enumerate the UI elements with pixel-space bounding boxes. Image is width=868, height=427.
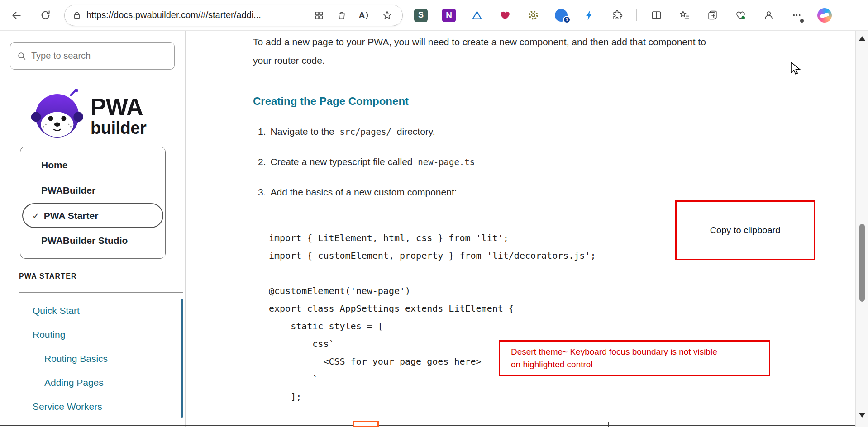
extension-blue-circle: 1 [555,9,568,22]
partial-annotation-box [353,421,379,427]
split-screen-icon[interactable] [647,6,665,24]
scroll-down-icon[interactable] [859,413,865,418]
list-item: 1.Navigate to the src/pages/ directory. [258,122,477,141]
favorite-star-icon[interactable] [379,7,395,24]
list-item: 3.Add the basics of a new custom compone… [258,183,477,201]
code-block: import { LitElement, html, css } from 'l… [269,229,596,406]
bottom-divider [0,425,855,426]
copilot-logo [817,8,832,23]
docs-sidebar: PWA builder Home PWABuilder ✓ PWA Starte… [0,31,186,427]
extension-triangle-icon[interactable] [468,6,486,24]
more-options-badge [799,18,805,24]
step-number: 1. [258,126,266,137]
scroll-up-icon[interactable] [859,36,865,41]
site-lock-icon[interactable] [72,10,82,20]
otter-logo-icon [29,89,86,143]
intro-line-2: your router code. [253,51,796,70]
collections-icon[interactable] [703,6,721,24]
refresh-icon[interactable] [36,6,54,24]
scrollbar-thumb[interactable] [859,224,865,302]
copy-to-clipboard-button[interactable]: Copy to clipboard [675,200,815,260]
extension-s-icon[interactable]: S [412,6,430,24]
step-text: Create a new typescript file called [271,157,415,167]
code-line: static styles = [ [269,318,596,335]
sidebar-item-pwabuilder[interactable]: PWABuilder [20,178,165,203]
pwabuilder-logo: PWA builder [29,89,146,143]
toolbar-separator [636,9,637,21]
sidebar-link-quick-start[interactable]: Quick Start [0,299,179,323]
search-input[interactable] [31,51,168,61]
intro-paragraph: To add a new page to your PWA, you will … [253,33,796,70]
sidebar-link-routing[interactable]: Routing [0,323,179,346]
sidebar-item-home[interactable]: Home [20,152,165,178]
browser-window: https://docs.pwabuilder.com/#/starter/ad… [0,0,868,427]
logo-text: PWA builder [91,95,146,137]
sidebar-item-label: PWA Starter [44,210,99,221]
extension-blue-icon[interactable]: 1 [552,6,570,24]
extensions-puzzle-icon[interactable] [608,6,626,24]
code-line: import { customElement, property } from … [269,247,596,265]
search-icon [17,51,27,61]
annotation-line-1: Desert theme~ Keyboard focus boundary is… [511,346,769,358]
mouse-cursor [790,62,802,75]
extension-gear-icon[interactable] [524,6,542,24]
logo-line2: builder [91,119,146,137]
search-box[interactable] [10,42,175,70]
intro-line-1: To add a new page to your PWA, you will … [253,33,796,51]
apps-grid-icon[interactable] [311,7,327,24]
step-number: 3. [258,187,266,197]
profile-icon[interactable] [759,6,777,24]
step-text: Navigate to the [271,126,337,137]
inline-code: src/pages/ [337,127,394,137]
annotation-line-2: on highlighted control [511,358,769,371]
step-text: directory. [394,126,435,137]
ordered-list: 1.Navigate to the src/pages/ directory. … [258,122,477,213]
list-item: 2.Create a new typescript file called ne… [258,152,477,171]
favorites-hub-icon[interactable] [675,6,693,24]
step-number: 2. [258,157,266,167]
notification-badge: 1 [563,16,571,24]
docs-content: To add a new page to your PWA, you will … [186,31,855,427]
sidebar-item-pwa-starter[interactable]: ✓ PWA Starter [22,203,163,228]
page-heading: Creating the Page Component [253,95,409,108]
extension-heart-icon[interactable] [496,6,514,24]
read-aloud-icon[interactable]: A [356,7,372,24]
check-icon: ✓ [32,210,40,221]
section-label: PWA STARTER [19,272,77,280]
copilot-icon[interactable] [816,6,834,24]
address-bar[interactable]: https://docs.pwabuilder.com/#/starter/ad… [64,5,403,26]
extension-onenote-icon[interactable]: N [440,6,458,24]
docs-nav-links: Quick Start Routing Routing Basics Addin… [0,299,179,418]
sidebar-scrollbar-thumb[interactable] [181,299,183,418]
read-aloud-letter: A [359,10,365,20]
page-scrollbar[interactable] [855,31,868,427]
back-icon[interactable] [7,6,25,24]
annotation-box: Desert theme~ Keyboard focus boundary is… [499,340,770,376]
url-text: https://docs.pwabuilder.com/#/starter/ad… [86,10,261,20]
sidebar-item-pwabuilder-studio[interactable]: PWABuilder Studio [20,228,165,253]
primary-nav-box: Home PWABuilder ✓ PWA Starter PWABuilder… [20,147,166,259]
step-text: Add the basics of a new custom component… [271,187,457,197]
code-line [269,265,596,282]
bottom-tick-1 [529,422,529,427]
browser-essentials-icon[interactable] [731,6,749,24]
code-line: @customElement('new-page') [269,282,596,300]
extensions-row: S N 1 [412,6,834,24]
bottom-tick-2 [608,422,609,427]
browser-toolbar: https://docs.pwabuilder.com/#/starter/ad… [0,0,868,31]
extension-n-glyph: N [442,9,456,22]
sidebar-link-adding-pages[interactable]: Adding Pages [0,370,179,394]
extension-s-glyph: S [414,9,428,22]
sidebar-link-service-workers[interactable]: Service Workers [0,394,179,418]
logo-line1: PWA [91,95,146,119]
shopping-icon[interactable] [334,7,350,24]
extension-lightning-icon[interactable] [580,6,598,24]
code-line: import { LitElement, html, css } from 'l… [269,229,596,247]
more-options-icon[interactable] [787,6,806,24]
code-line: ]; [269,388,596,406]
sidebar-divider [19,292,183,293]
sidebar-link-routing-basics[interactable]: Routing Basics [0,346,179,370]
inline-code: new-page.ts [415,157,477,167]
code-line: export class AppSettings extends LitElem… [269,300,596,318]
